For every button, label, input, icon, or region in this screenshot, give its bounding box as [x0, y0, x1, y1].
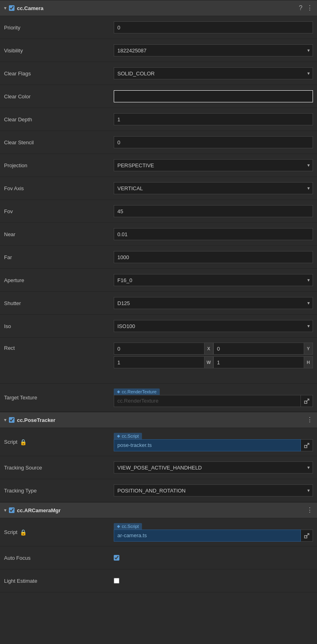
pose-tracker-script-input[interactable] [114, 439, 301, 451]
aperture-select-wrapper: F16_0 [114, 274, 313, 286]
target-texture-asset: ◆ cc.RenderTexture [114, 388, 313, 407]
clear-color-value [114, 90, 313, 102]
visibility-select-wrapper: 1822425087 [114, 44, 313, 56]
pose-tracker-chevron[interactable]: ▾ [4, 417, 6, 423]
shutter-row: Shutter D125 [0, 292, 317, 315]
projection-row: Projection PERSPECTIVE [0, 154, 317, 177]
pose-tracker-script-arrow-btn[interactable] [301, 439, 313, 451]
camera-help-icon[interactable]: ? [299, 5, 302, 11]
shutter-value: D125 [114, 297, 313, 309]
far-row: Far [0, 246, 317, 269]
near-value [114, 228, 313, 240]
rect-w-input[interactable] [114, 356, 204, 368]
visibility-row: Visibility 1822425087 [0, 39, 317, 62]
target-texture-diamond-icon: ◆ [117, 389, 120, 394]
camera-enabled-checkbox[interactable] [9, 5, 15, 11]
target-texture-arrow-btn[interactable] [301, 395, 313, 407]
tracking-type-label: Tracking Type [4, 488, 114, 494]
pose-tracker-title: cc.PoseTracker [17, 417, 304, 423]
rect-y-input[interactable] [213, 343, 304, 355]
auto-focus-label: Auto Focus [4, 555, 114, 561]
visibility-select[interactable]: 1822425087 [114, 44, 313, 56]
projection-value: PERSPECTIVE [114, 159, 313, 171]
rect-row-xy: X Y [114, 343, 313, 355]
tracking-type-select-wrapper: POSITION_AND_ROTATION [114, 484, 313, 497]
shutter-select[interactable]: D125 [114, 297, 313, 309]
priority-input[interactable] [114, 21, 313, 33]
clear-stencil-value [114, 136, 313, 148]
pose-tracker-section: ▾ cc.PoseTracker ⋮ Script 🔒 ◆ cc.Script [0, 412, 317, 502]
ar-camera-script-label: Script 🔒 [4, 529, 114, 536]
camera-menu-icon[interactable]: ⋮ [307, 5, 313, 11]
light-estimate-row: Light Estimate [0, 569, 317, 592]
far-input[interactable] [114, 251, 313, 263]
tracking-source-select-wrapper: VIEW_POSE_ACTIVE_HANDHELD [114, 461, 313, 474]
iso-label: Iso [4, 323, 114, 329]
rect-w-field: W [114, 356, 213, 368]
pose-tracker-menu-icon[interactable]: ⋮ [307, 417, 313, 423]
iso-value: ISO100 [114, 320, 313, 332]
rect-w-label: W [204, 356, 213, 368]
svg-line-1 [306, 399, 309, 402]
tracking-source-select[interactable]: VIEW_POSE_ACTIVE_HANDHELD [114, 461, 313, 474]
rect-x-input[interactable] [114, 343, 204, 355]
ar-camera-section-header: ▾ cc.ARCameraMgr ⋮ [0, 502, 317, 518]
clear-flags-label: Clear Flags [4, 71, 114, 77]
clear-flags-row: Clear Flags SOLID_COLOR [0, 62, 317, 85]
camera-section: ▾ cc.Camera ? ⋮ Priority Visibility 1822… [0, 0, 317, 412]
ar-camera-script-arrow-btn[interactable] [301, 530, 313, 542]
clear-flags-select-wrapper: SOLID_COLOR [114, 67, 313, 79]
near-input[interactable] [114, 228, 313, 240]
camera-chevron[interactable]: ▾ [4, 5, 6, 11]
ar-camera-enabled-checkbox[interactable] [9, 507, 15, 513]
clear-depth-input[interactable] [114, 113, 313, 125]
ar-camera-title: cc.ARCameraMgr [17, 507, 304, 513]
pose-tracker-enabled-checkbox[interactable] [9, 417, 15, 423]
target-texture-row: Target Texture ◆ cc.RenderTexture [0, 384, 317, 412]
ar-camera-lock-icon: 🔒 [20, 529, 27, 536]
rect-h-label: H [304, 356, 313, 368]
iso-select-wrapper: ISO100 [114, 320, 313, 332]
rect-h-input[interactable] [213, 356, 304, 368]
light-estimate-checkbox[interactable] [114, 578, 119, 584]
rect-h-field: H [213, 356, 313, 368]
tracking-source-value: VIEW_POSE_ACTIVE_HANDHELD [114, 461, 313, 474]
light-estimate-label: Light Estimate [4, 578, 114, 584]
tracking-source-row: Tracking Source VIEW_POSE_ACTIVE_HANDHEL… [0, 456, 317, 479]
projection-select[interactable]: PERSPECTIVE [114, 159, 313, 171]
tracking-type-select[interactable]: POSITION_AND_ROTATION [114, 484, 313, 497]
pose-tracker-script-label: Script 🔒 [4, 439, 114, 445]
ar-camera-chevron[interactable]: ▾ [4, 507, 6, 513]
auto-focus-checkbox[interactable] [114, 555, 119, 561]
tracking-type-row: Tracking Type POSITION_AND_ROTATION [0, 479, 317, 502]
ar-camera-script-row: Script 🔒 ◆ cc.Script [0, 518, 317, 546]
auto-focus-row: Auto Focus [0, 546, 317, 569]
fov-label: Fov [4, 208, 114, 214]
priority-label: Priority [4, 25, 114, 31]
clear-color-swatch[interactable] [114, 90, 313, 102]
fov-axis-select[interactable]: VERTICAL [114, 182, 313, 194]
target-texture-input-row [114, 395, 313, 407]
pose-tracker-header-icons: ⋮ [307, 417, 313, 423]
fov-value [114, 205, 313, 217]
visibility-label: Visibility [4, 48, 114, 54]
target-texture-input[interactable] [114, 395, 301, 407]
ar-camera-script-input-row [114, 530, 313, 542]
fov-axis-value: VERTICAL [114, 182, 313, 194]
ar-camera-script-asset: ◆ cc.Script [114, 523, 313, 542]
fov-input[interactable] [114, 205, 313, 217]
clear-flags-select[interactable]: SOLID_COLOR [114, 67, 313, 79]
rect-label: Rect [4, 343, 114, 351]
ar-camera-menu-icon[interactable]: ⋮ [307, 507, 313, 513]
fov-axis-select-wrapper: VERTICAL [114, 182, 313, 194]
ar-camera-header-icons: ⋮ [307, 507, 313, 513]
ar-camera-script-input[interactable] [114, 530, 301, 542]
pose-tracker-script-asset: ◆ cc.Script [114, 433, 313, 451]
iso-select[interactable]: ISO100 [114, 320, 313, 332]
clear-stencil-input[interactable] [114, 136, 313, 148]
iso-row: Iso ISO100 [0, 315, 317, 338]
aperture-select[interactable]: F16_0 [114, 274, 313, 286]
rect-x-label: X [204, 343, 213, 355]
aperture-row: Aperture F16_0 [0, 269, 317, 292]
shutter-select-wrapper: D125 [114, 297, 313, 309]
